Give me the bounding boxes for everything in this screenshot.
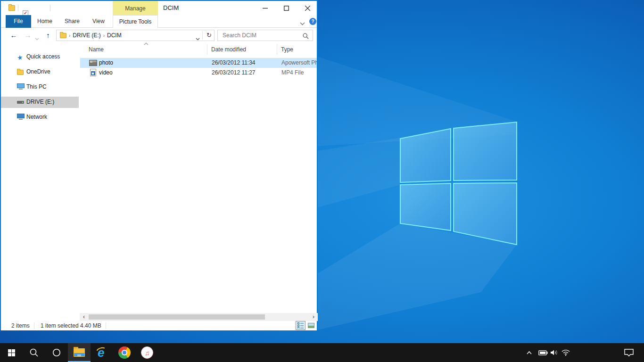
- search-icon: [30, 348, 38, 357]
- mp4-file-icon: [90, 69, 96, 76]
- tab-view[interactable]: View: [87, 15, 110, 28]
- scroll-right-icon[interactable]: ›: [310, 313, 317, 321]
- breadcrumb-drive[interactable]: DRIVE (E:): [73, 32, 100, 39]
- qat-separator: [50, 5, 50, 11]
- item-count: 2 items: [11, 322, 30, 329]
- file-type: MP4 File: [281, 69, 304, 76]
- address-box[interactable]: › DRIVE (E:) › DCIM ↻: [56, 30, 215, 41]
- wifi-icon[interactable]: [560, 343, 571, 362]
- up-icon[interactable]: ↑: [43, 28, 53, 42]
- photo-thumbnail-icon: [89, 60, 97, 66]
- this-pc-monitor-icon: [17, 83, 25, 91]
- details-view-icon[interactable]: [296, 321, 305, 330]
- column-header-date[interactable]: Date modified: [211, 46, 246, 53]
- folder-icon: [60, 33, 66, 38]
- help-icon[interactable]: ?: [309, 18, 316, 25]
- taskbar: e ♫: [0, 343, 644, 362]
- chrome-icon: [118, 346, 131, 359]
- collapse-ribbon-chevron-icon[interactable]: [300, 19, 305, 27]
- close-button[interactable]: [298, 1, 317, 15]
- column-header-name[interactable]: Name: [89, 46, 104, 53]
- breadcrumb-chevron-icon: ›: [103, 33, 105, 38]
- forward-icon[interactable]: →: [23, 28, 33, 42]
- taskbar-search-button[interactable]: [23, 343, 45, 362]
- file-date: 26/03/2012 11:34: [212, 59, 256, 66]
- sidebar-item-label: DRIVE (E:): [26, 99, 54, 105]
- file-type: Apowersoft Photo: [281, 59, 317, 66]
- address-bar: ← → ↑ › DRIVE (E:) › DCIM ↻: [1, 28, 317, 42]
- sidebar-item-onedrive[interactable]: OneDrive: [1, 66, 79, 78]
- tab-file[interactable]: File: [6, 15, 31, 28]
- start-icon: [8, 349, 15, 356]
- address-dropdown-icon[interactable]: [196, 34, 200, 42]
- status-divider: [106, 322, 106, 329]
- sidebar-item-label: OneDrive: [26, 68, 50, 75]
- column-header-type[interactable]: Type: [281, 46, 293, 53]
- file-name: photo: [99, 59, 113, 66]
- refresh-icon[interactable]: ↻: [206, 32, 212, 39]
- horizontal-scrollbar[interactable]: ‹ ›: [80, 313, 318, 321]
- file-row-photo[interactable]: photo 26/03/2012 11:34 Apowersoft Photo: [80, 58, 317, 68]
- action-center-icon[interactable]: [622, 343, 636, 362]
- scrollbar-thumb[interactable]: [89, 314, 265, 320]
- cortana-button[interactable]: [45, 343, 68, 362]
- selection-count: 1 item selected: [41, 322, 79, 329]
- recent-locations-icon[interactable]: [35, 34, 39, 42]
- column-divider[interactable]: [277, 44, 277, 55]
- file-date: 26/03/2012 11:27: [212, 69, 256, 76]
- scroll-left-icon[interactable]: ‹: [81, 313, 87, 321]
- sidebar-item-drive-e[interactable]: DRIVE (E:): [1, 97, 79, 108]
- explorer-window: ✓ Manage DCIM File Home Share View Pictu…: [0, 0, 318, 330]
- sidebar-item-label: Quick access: [26, 53, 60, 60]
- drive-icon: [17, 99, 25, 106]
- contextual-tab-manage[interactable]: Manage: [113, 1, 158, 15]
- title-bar: ✓ Manage DCIM: [1, 1, 317, 15]
- maximize-button[interactable]: [277, 1, 296, 15]
- sidebar-item-network[interactable]: Network: [1, 112, 79, 123]
- internet-explorer-icon: e: [95, 346, 108, 359]
- sidebar-item-label: This PC: [26, 83, 47, 90]
- ribbon-tab-bar: File Home Share View Picture Tools ?: [1, 15, 317, 28]
- file-list-pane: Name Date modified Type photo 26/03/2012…: [80, 42, 317, 313]
- back-icon[interactable]: ←: [9, 28, 18, 42]
- sort-ascending-chevron-icon: [144, 42, 149, 45]
- qat-separator: [18, 5, 18, 11]
- sidebar-item-label: Network: [26, 114, 47, 120]
- file-row-video[interactable]: video 26/03/2012 11:27 MP4 File: [80, 68, 317, 78]
- column-divider[interactable]: [207, 44, 207, 55]
- file-name: video: [99, 69, 113, 76]
- thumbnails-view-icon[interactable]: [306, 321, 316, 330]
- taskbar-chrome-button[interactable]: [113, 343, 136, 362]
- navigation-pane: ★ Quick access OneDrive This PC DRIVE (E…: [1, 42, 79, 313]
- battery-icon[interactable]: [537, 343, 549, 362]
- status-divider: [34, 322, 34, 329]
- volume-icon[interactable]: [549, 343, 559, 362]
- itunes-icon: ♫: [141, 346, 153, 359]
- search-icon[interactable]: [303, 33, 309, 41]
- window-title: DCIM: [163, 1, 179, 15]
- start-button[interactable]: [0, 343, 23, 362]
- explorer-window-icon: [8, 5, 15, 11]
- status-bar: 2 items 1 item selected 4.40 MB: [1, 321, 317, 330]
- tab-home[interactable]: Home: [33, 15, 57, 28]
- minimize-button[interactable]: [256, 1, 274, 15]
- taskbar-file-explorer-button[interactable]: [68, 343, 91, 362]
- taskbar-internet-explorer-button[interactable]: e: [91, 343, 113, 362]
- sidebar-item-this-pc[interactable]: This PC: [1, 82, 79, 93]
- file-explorer-icon: [74, 348, 85, 357]
- quick-access-star-icon: ★: [17, 53, 25, 61]
- cortana-icon: [52, 348, 61, 357]
- search-input[interactable]: [223, 32, 298, 39]
- address-separator: [202, 31, 203, 40]
- selection-size: 4.40 MB: [80, 322, 101, 329]
- taskbar-itunes-button[interactable]: ♫: [136, 343, 158, 362]
- tray-up-chevron-icon[interactable]: [524, 343, 534, 362]
- breadcrumb-chevron-icon: ›: [69, 33, 70, 38]
- tab-picture-tools[interactable]: Picture Tools: [113, 15, 158, 28]
- breadcrumb-folder[interactable]: DCIM: [107, 32, 122, 39]
- onedrive-folder-icon: [17, 68, 25, 76]
- search-box[interactable]: [217, 30, 313, 41]
- network-icon: [17, 114, 25, 121]
- sidebar-item-quick-access[interactable]: ★ Quick access: [1, 51, 79, 63]
- tab-share[interactable]: Share: [60, 15, 84, 28]
